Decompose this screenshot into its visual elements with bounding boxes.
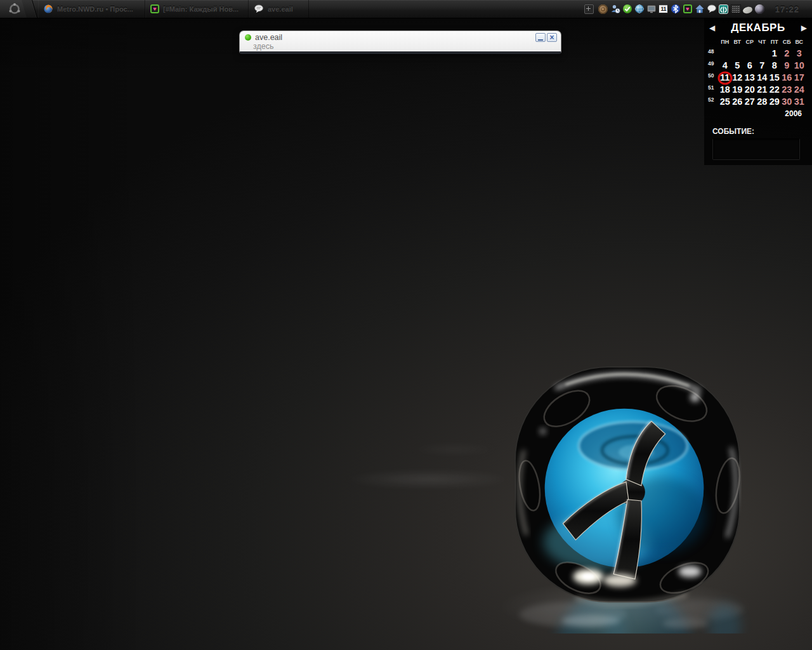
calendar-dow-row: ПН ВТ СР ЧТ ПТ СБ ВС <box>708 37 812 46</box>
calendar-day[interactable]: 1 <box>768 48 781 60</box>
rss-spiral-icon[interactable] <box>598 4 608 14</box>
calendar-grid: ПН ВТ СР ЧТ ПТ СБ ВС 48 1 2 3 49 4 <box>708 37 812 108</box>
calendar-year: 2006 <box>704 108 812 118</box>
minimize-icon <box>538 39 543 41</box>
calendar-week-row: 48 1 2 3 <box>708 48 812 60</box>
calendar-day[interactable]: 15 <box>768 72 781 84</box>
wallpaper-light-streak <box>406 444 501 454</box>
notification-title: ave.eail <box>255 33 282 42</box>
globe-icon[interactable] <box>634 4 645 14</box>
chat-bubble-icon <box>254 4 264 14</box>
calendar-day[interactable]: 12 <box>731 72 744 84</box>
taskbar: Metro.NWD.ru • Прос... ♥ [#Main: Каждый … <box>0 0 812 18</box>
launcher-ring-icon <box>8 2 22 16</box>
bluetooth-icon[interactable] <box>671 4 681 14</box>
dow-label: ПН <box>719 39 731 45</box>
status-dot-icon <box>245 34 251 41</box>
user-clock-icon[interactable] <box>610 4 620 14</box>
task-label: Metro.NWD.ru • Прос... <box>57 5 133 13</box>
week-number: 49 <box>708 60 719 67</box>
calendar-month-title: ДЕКАБРЬ <box>731 22 785 34</box>
heart-messenger-icon[interactable]: ♥ <box>683 4 693 14</box>
desktop: Metro.NWD.ru • Прос... ♥ [#Main: Каждый … <box>0 0 812 650</box>
heart-messenger-icon: ♥ <box>150 4 159 13</box>
dow-label: ВТ <box>731 39 744 45</box>
tray-calendar-day: 11 <box>660 6 666 12</box>
launcher-button[interactable] <box>0 0 29 18</box>
calendar-day[interactable]: 31 <box>793 96 806 108</box>
calendar-day[interactable]: 13 <box>743 72 756 84</box>
calendar-day[interactable]: 25 <box>719 96 731 108</box>
calendar-header: ◀ ДЕКАБРЬ ▶ <box>704 18 812 34</box>
event-label: СОБЫТИЕ: <box>712 127 812 136</box>
calendar-week-row: 49 4 5 6 7 8 9 10 <box>708 60 812 72</box>
calendar-widget: ◀ ДЕКАБРЬ ▶ ПН ВТ СР ЧТ ПТ СБ ВС 48 1 <box>704 18 812 165</box>
calendar-day[interactable]: 6 <box>743 60 756 72</box>
calendar-day[interactable]: 27 <box>743 96 756 108</box>
dow-label: СР <box>743 39 756 45</box>
task-label: ave.eail <box>268 5 293 13</box>
week-number: 48 <box>708 48 719 55</box>
notification-titlebar[interactable]: ave.eail × <box>240 31 561 42</box>
event-widget: СОБЫТИЕ: <box>704 127 812 160</box>
task-button-ave-eail[interactable]: ave.eail <box>249 0 309 18</box>
calendar-day[interactable]: 5 <box>731 60 744 72</box>
week-number: 52 <box>708 96 719 103</box>
calendar-day[interactable]: 23 <box>781 84 794 96</box>
teal-app-icon[interactable] <box>719 4 729 14</box>
calendar-day[interactable]: 19 <box>731 84 744 96</box>
calendar-day[interactable]: 18 <box>719 84 731 96</box>
chat-bubble-icon[interactable] <box>707 4 717 14</box>
wallpaper-glass-cube <box>502 355 755 633</box>
calendar-day[interactable]: 10 <box>793 60 806 72</box>
calendar-week-row: 51 18 19 20 21 22 23 24 <box>708 84 812 96</box>
task-label: [#Main: Каждый Нов... <box>163 5 239 13</box>
calendar-prev-icon[interactable]: ◀ <box>709 23 715 32</box>
clock[interactable]: 17:22 <box>775 4 799 14</box>
tray-calendar-icon[interactable]: 11 <box>658 4 669 14</box>
calendar-day[interactable]: 28 <box>756 96 769 108</box>
calendar-day[interactable]: 14 <box>756 72 769 84</box>
calendar-day[interactable]: 22 <box>768 84 781 96</box>
calendar-next-icon[interactable]: ▶ <box>801 23 807 32</box>
system-tray: 11 ♥ <box>584 4 765 14</box>
calendar-day[interactable]: 7 <box>756 60 769 72</box>
calendar-day[interactable]: 8 <box>768 60 781 72</box>
task-button-irc[interactable]: ♥ [#Main: Каждый Нов... <box>145 0 249 18</box>
pager-grid-icon[interactable] <box>731 4 741 14</box>
blob-icon[interactable] <box>743 4 753 14</box>
week-number: 51 <box>708 84 719 91</box>
calendar-day[interactable]: 30 <box>781 96 794 108</box>
display-icon[interactable] <box>646 4 657 14</box>
calendar-day[interactable]: 21 <box>756 84 769 96</box>
home-globe-icon[interactable] <box>695 4 705 14</box>
sphere-icon[interactable] <box>755 4 765 14</box>
task-button-firefox[interactable]: Metro.NWD.ru • Прос... <box>38 0 145 18</box>
notification-message: здесь <box>240 42 561 51</box>
dow-label: СБ <box>781 39 794 45</box>
calendar-day[interactable]: 29 <box>768 96 781 108</box>
skype-check-icon[interactable] <box>622 4 632 14</box>
calendar-week-row: 50 11 12 13 14 15 16 17 <box>708 72 812 84</box>
calendar-day-today[interactable]: 11 <box>719 72 731 84</box>
calendar-day[interactable]: 4 <box>719 60 731 72</box>
dow-label: ВС <box>793 39 806 45</box>
event-box <box>712 138 800 160</box>
dow-label: ЧТ <box>756 39 769 45</box>
dow-label: ПТ <box>768 39 781 45</box>
notification-window[interactable]: ave.eail × здесь <box>239 30 561 54</box>
calendar-day[interactable]: 9 <box>781 60 794 72</box>
calendar-day[interactable]: 20 <box>743 84 756 96</box>
calendar-day[interactable]: 3 <box>793 48 806 60</box>
tray-expander-icon[interactable] <box>584 4 594 14</box>
calendar-day[interactable]: 17 <box>793 72 806 84</box>
wallpaper-light-streak <box>343 471 514 488</box>
close-icon: × <box>549 34 554 41</box>
calendar-day[interactable]: 26 <box>731 96 744 108</box>
minimize-button[interactable] <box>535 33 546 42</box>
calendar-week-row: 52 25 26 27 28 29 30 31 <box>708 96 812 108</box>
calendar-day[interactable]: 24 <box>793 84 806 96</box>
calendar-day[interactable]: 2 <box>781 48 794 60</box>
calendar-day[interactable]: 16 <box>781 72 794 84</box>
close-button[interactable]: × <box>547 33 557 42</box>
